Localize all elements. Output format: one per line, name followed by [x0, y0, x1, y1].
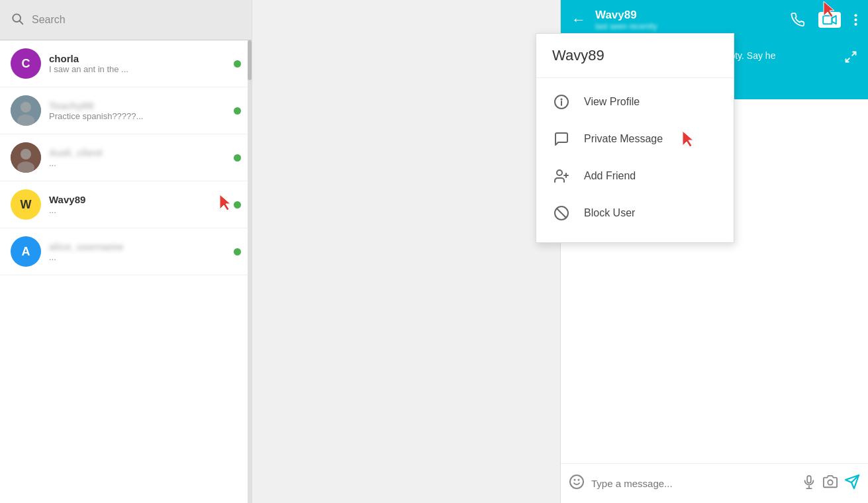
info-icon [552, 93, 571, 111]
view-profile-label: View Profile [584, 96, 640, 108]
private-message-label: Private Message [584, 133, 663, 145]
context-menu-add-friend[interactable]: Add Friend [536, 158, 734, 195]
contact-info: Wavy89 ... [49, 194, 226, 215]
chat-user-info: Wavy89 last seen recently [595, 9, 781, 31]
online-indicator [234, 201, 241, 208]
chat-username: Wavy89 [595, 9, 781, 22]
more-options-button[interactable] [851, 11, 860, 29]
contact-preview: I saw an ant in the ... [49, 64, 226, 74]
sidebar: Search C chorla I saw an ant in the ... [0, 0, 252, 503]
avatar: W [11, 189, 41, 220]
context-menu-block-user[interactable]: Block User [536, 195, 734, 232]
contact-name: Wavy89 [49, 194, 226, 205]
svg-marker-12 [683, 131, 693, 147]
svg-marker-20 [824, 1, 834, 17]
contact-name: Teachy89 [49, 100, 226, 111]
avatar: A [11, 236, 41, 267]
contact-info: Teachy89 Practice spanish?????... [49, 100, 226, 121]
svg-line-1 [20, 21, 23, 24]
contact-preview: ... [49, 158, 226, 168]
contact-preview: ... [49, 205, 226, 215]
contact-name: alice_username [49, 241, 226, 252]
avatar: C [11, 48, 41, 79]
contact-info: Audi_client ... [49, 147, 226, 168]
svg-point-3 [21, 102, 31, 113]
scrollbar-track [248, 40, 252, 503]
chat-header-actions [788, 10, 860, 30]
svg-rect-32 [807, 475, 811, 482]
cursor-arrow-video [822, 0, 837, 19]
block-icon [552, 204, 571, 222]
add-friend-label: Add Friend [584, 170, 636, 182]
send-button[interactable] [844, 474, 860, 494]
microphone-button[interactable] [802, 475, 816, 493]
block-user-label: Block User [584, 207, 635, 219]
avatar [11, 95, 41, 126]
contact-info: chorla I saw an ant in the ... [49, 53, 226, 74]
camera-button[interactable] [823, 475, 838, 493]
online-indicator [234, 248, 241, 255]
contact-item[interactable]: Teachy89 Practice spanish?????... [0, 87, 252, 134]
chat-status: last seen recently [595, 22, 781, 31]
context-menu-private-message[interactable]: Private Message [536, 120, 734, 158]
svg-point-13 [557, 170, 562, 175]
context-menu-view-profile[interactable]: View Profile [536, 83, 734, 120]
contact-item[interactable]: C chorla I saw an ant in the ... [0, 40, 252, 87]
context-menu-title: Wavy89 [536, 47, 734, 78]
online-indicator [234, 60, 241, 68]
search-placeholder: Search [32, 14, 66, 26]
online-indicator [234, 154, 241, 161]
svg-point-35 [828, 480, 832, 484]
add-friend-icon [552, 167, 571, 185]
contact-item[interactable]: A alice_username ... [0, 228, 252, 275]
contact-name: Audi_client [49, 147, 226, 158]
search-bar[interactable]: Search [0, 0, 252, 40]
contact-item[interactable]: Audi_client ... [0, 134, 252, 181]
emoji-button[interactable] [569, 474, 585, 494]
video-button[interactable] [818, 12, 841, 28]
contact-preview: Practice spanish?????... [49, 111, 226, 121]
svg-point-21 [854, 14, 857, 17]
contact-preview: ... [49, 252, 226, 262]
svg-marker-8 [220, 195, 230, 210]
contact-name: chorla [49, 53, 226, 64]
svg-line-17 [557, 208, 566, 218]
cursor-arrow-menu [681, 130, 696, 148]
avatar [11, 142, 41, 173]
contact-info: alice_username ... [49, 241, 226, 262]
contact-item-wavy89[interactable]: W Wavy89 ... [0, 181, 252, 228]
chat-footer [561, 463, 868, 503]
context-menu: Wavy89 View Profile Private Message [536, 33, 734, 243]
online-indicator [234, 107, 241, 114]
back-button[interactable]: ← [569, 9, 589, 31]
message-icon [552, 130, 571, 148]
svg-point-29 [570, 475, 583, 488]
svg-point-22 [854, 19, 857, 21]
contact-list: C chorla I saw an ant in the ... Teachy8… [0, 40, 252, 503]
expand-icon[interactable] [844, 50, 857, 67]
phone-button[interactable] [788, 10, 808, 30]
search-icon [11, 12, 24, 28]
message-input[interactable] [591, 478, 795, 489]
cursor-arrow [218, 193, 233, 212]
svg-point-6 [21, 149, 31, 160]
scrollbar-thumb[interactable] [248, 40, 252, 80]
svg-point-23 [854, 23, 857, 26]
